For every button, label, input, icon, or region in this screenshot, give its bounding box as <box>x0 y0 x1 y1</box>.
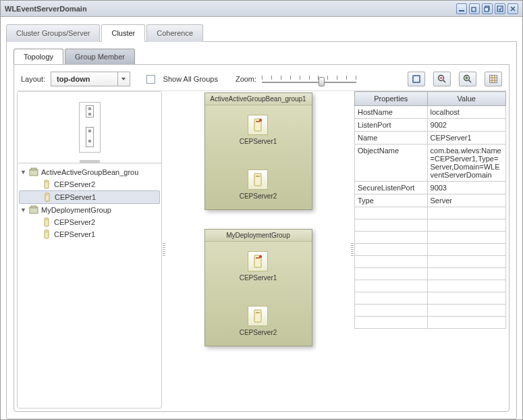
svg-rect-5 <box>413 76 420 82</box>
svg-rect-18 <box>46 219 48 220</box>
canvas-group-title: MyDeploymentGroup <box>205 230 312 242</box>
prop-key: Type <box>355 194 428 207</box>
col-header-value[interactable]: Value <box>427 92 505 106</box>
server-icon <box>248 306 268 326</box>
server-icon <box>42 217 51 227</box>
zoom-out-button[interactable] <box>433 72 451 86</box>
server-icon <box>248 115 268 135</box>
table-row[interactable]: TypeServer <box>355 194 506 207</box>
canvas-node[interactable]: CEPServer2 <box>240 169 277 200</box>
canvas-group[interactable]: MyDeploymentGroup CEPServer1 CEPServer2 <box>204 229 312 346</box>
tab-topology[interactable]: Topology <box>13 49 63 64</box>
layout-value: top-down <box>51 73 117 85</box>
table-row <box>355 292 506 305</box>
grid-button[interactable] <box>485 72 502 86</box>
table-row[interactable]: ObjectNamecom.bea.wlevs:Name=CEPServer1,… <box>355 145 506 182</box>
svg-rect-29 <box>254 310 261 322</box>
tab-cluster-groups-server[interactable]: Cluster Groups/Server <box>6 24 100 42</box>
prop-value: CEPServer1 <box>427 132 505 145</box>
tree-label: CEPServer1 <box>55 193 96 201</box>
prop-value: Server <box>427 194 505 207</box>
tree-label: CEPServer2 <box>54 218 95 226</box>
show-all-label: Show All Groups <box>163 75 218 83</box>
prop-key: ObjectName <box>355 145 428 182</box>
server-icon <box>43 192 52 202</box>
table-row <box>355 256 506 268</box>
window-buttons <box>456 3 518 14</box>
minimap[interactable] <box>18 92 161 163</box>
toolbar: Layout: top-down Show All Groups Zoom: <box>17 68 506 91</box>
svg-rect-1 <box>472 7 476 11</box>
svg-rect-10 <box>31 168 36 170</box>
table-row <box>355 305 506 317</box>
tree-item[interactable]: CEPServer1 <box>19 190 160 204</box>
table-row[interactable]: HostNamelocalhost <box>355 106 506 119</box>
col-header-properties[interactable]: Properties <box>355 92 428 106</box>
app-window: WLEventServerDomain Cluster Groups/Serve… <box>0 0 523 420</box>
tree-label: MyDeploymentGroup <box>41 206 111 214</box>
tree-item[interactable]: CEPServer1 <box>19 228 160 240</box>
table-row[interactable]: ListenPort9002 <box>355 119 506 132</box>
collapse-icon[interactable]: ▼ <box>20 207 26 213</box>
show-all-checkbox[interactable] <box>146 75 155 84</box>
table-row <box>355 268 506 280</box>
titlebar: WLEventServerDomain <box>1 1 522 17</box>
maximize-icon[interactable] <box>482 3 493 14</box>
prop-value: localhost <box>427 106 505 119</box>
tree-item[interactable]: CEPServer2 <box>19 216 160 228</box>
sub-tabs: Topology Group Member <box>13 49 510 64</box>
tree-group[interactable]: ▼ ActiveActiveGroupBean_grou <box>19 166 160 178</box>
tree-label: CEPServer2 <box>54 180 95 188</box>
table-row <box>355 232 506 244</box>
window-action-icon[interactable] <box>495 3 505 14</box>
canvas-node-label: CEPServer2 <box>240 192 277 200</box>
tab-group-member[interactable]: Group Member <box>65 49 135 64</box>
layout-select[interactable]: top-down <box>51 72 130 86</box>
prop-key: ListenPort <box>355 119 428 132</box>
prop-key: HostName <box>355 106 428 119</box>
main-panel: Topology Group Member Layout: top-down S… <box>6 42 517 419</box>
svg-rect-16 <box>31 206 36 208</box>
canvas-group-title: ActiveActiveGroupBean_group1 <box>205 93 312 105</box>
server-icon <box>248 251 268 271</box>
workspace: ▼ ActiveActiveGroupBean_grou CEPServer2 … <box>17 91 506 409</box>
minimap-resize-handle[interactable] <box>80 160 100 163</box>
collapse-icon[interactable]: ▼ <box>20 169 26 176</box>
canvas-node[interactable]: CEPServer2 <box>240 306 277 336</box>
close-icon[interactable] <box>507 3 518 14</box>
group-icon <box>29 167 38 177</box>
canvas-node[interactable]: CEPServer1 <box>240 251 277 282</box>
tab-cluster[interactable]: Cluster <box>101 24 145 42</box>
slider-handle-icon[interactable] <box>319 77 325 86</box>
topology-panel: Layout: top-down Show All Groups Zoom: <box>13 64 510 412</box>
zoom-fit-button[interactable] <box>408 72 425 86</box>
zoom-slider[interactable] <box>262 73 356 85</box>
zoom-label: Zoom: <box>236 75 256 83</box>
topology-canvas[interactable]: ActiveActiveGroupBean_group1 CEPServer1 … <box>166 91 350 409</box>
restore-down-icon[interactable] <box>469 3 480 14</box>
properties-panel: Properties Value HostNamelocalhostListen… <box>354 91 506 409</box>
zoom-in-button[interactable] <box>459 72 476 86</box>
table-row[interactable]: NameCEPServer1 <box>355 132 506 145</box>
tree-item[interactable]: CEPServer2 <box>19 178 160 190</box>
table-row <box>355 244 506 256</box>
tab-coherence[interactable]: Coherence <box>146 24 203 42</box>
properties-table: Properties Value HostNamelocalhostListen… <box>354 91 506 329</box>
minimize-icon[interactable] <box>456 3 467 14</box>
content: Cluster Groups/Server Cluster Coherence … <box>1 17 522 420</box>
prop-value: 9003 <box>427 182 505 194</box>
prop-key: SecureListenPort <box>355 182 428 194</box>
canvas-node[interactable]: CEPServer1 <box>240 115 277 145</box>
svg-rect-0 <box>459 10 464 11</box>
canvas-node-label: CEPServer1 <box>240 274 277 282</box>
svg-point-28 <box>259 255 262 258</box>
tree-group[interactable]: ▼ MyDeploymentGroup <box>19 204 160 216</box>
table-row[interactable]: SecureListenPort9003 <box>355 182 506 194</box>
prop-key: Name <box>355 132 428 145</box>
left-panel: ▼ ActiveActiveGroupBean_grou CEPServer2 … <box>17 91 162 409</box>
tree-view: ▼ ActiveActiveGroupBean_grou CEPServer2 … <box>18 163 161 408</box>
canvas-group[interactable]: ActiveActiveGroupBean_group1 CEPServer1 … <box>204 93 312 210</box>
svg-rect-8 <box>490 76 497 83</box>
server-icon <box>42 180 51 189</box>
server-icon <box>42 230 51 239</box>
